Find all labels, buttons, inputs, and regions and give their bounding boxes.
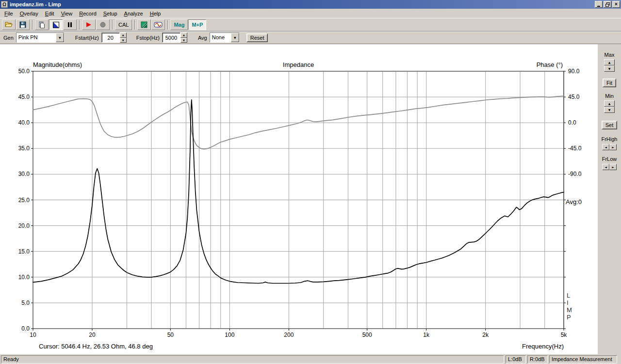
copy-page-icon xyxy=(38,21,46,29)
fstop-down-button[interactable]: ▼ xyxy=(180,38,187,43)
record-circle-icon xyxy=(99,21,107,29)
svg-text:0.0: 0.0 xyxy=(21,325,30,332)
svg-text:1k: 1k xyxy=(423,332,430,338)
minimize-button[interactable] xyxy=(595,1,603,8)
menu-file[interactable]: File xyxy=(1,10,16,17)
svg-text:-45.0: -45.0 xyxy=(568,145,582,152)
max-down-button[interactable]: ▼ xyxy=(604,65,615,72)
toolbar-separator xyxy=(112,20,113,30)
svg-text:40.0: 40.0 xyxy=(18,119,30,126)
set-button[interactable]: Set xyxy=(602,121,618,129)
svg-text:20: 20 xyxy=(89,332,96,338)
svg-text:0.0: 0.0 xyxy=(568,119,576,126)
max-up-button[interactable]: ▲ xyxy=(604,59,615,65)
restore-button[interactable] xyxy=(604,1,611,8)
svg-text:100: 100 xyxy=(225,332,234,338)
menu-overlay[interactable]: Overlay xyxy=(16,10,42,17)
window-title: impedanz.lim - Limp xyxy=(10,1,594,7)
close-button[interactable]: × xyxy=(612,1,620,8)
svg-text:P: P xyxy=(567,314,571,321)
svg-text:2k: 2k xyxy=(482,332,489,338)
frhigh-left-button[interactable]: ◄ xyxy=(602,144,609,150)
avg-label: Avg xyxy=(198,35,207,41)
fstart-down-button[interactable]: ▼ xyxy=(120,38,127,43)
toolbar-separator xyxy=(79,20,80,30)
signal-view-button[interactable] xyxy=(49,19,63,30)
generator-type-combo[interactable]: Pink PN ▼ xyxy=(16,32,65,43)
toolbar-separator xyxy=(167,20,168,30)
down-arrow-icon: ▼ xyxy=(608,108,611,111)
fit-button[interactable]: Fit xyxy=(603,79,616,87)
menu-bar: File Overlay Edit View Record Setup Anal… xyxy=(0,9,621,18)
overlay-button[interactable] xyxy=(137,19,151,30)
svg-text:Phase (°): Phase (°) xyxy=(537,61,563,68)
svg-text:25.0: 25.0 xyxy=(18,197,30,204)
start-measure-button[interactable] xyxy=(82,19,96,30)
menu-analyze[interactable]: Analyze xyxy=(121,10,147,17)
scale-controls-panel: Max ▲ ▼ Fit Min ▲ ▼ Set FrHigh ◄ ► FrLow… xyxy=(598,44,621,354)
generator-type-value: Pink PN xyxy=(16,33,56,42)
open-file-button[interactable] xyxy=(2,19,16,30)
menu-setup[interactable]: Setup xyxy=(100,10,121,17)
svg-text:30.0: 30.0 xyxy=(18,171,30,177)
svg-text:500: 500 xyxy=(362,332,372,338)
fstart-up-button[interactable]: ▲ xyxy=(120,32,127,38)
fstop-input[interactable] xyxy=(162,32,180,43)
svg-text:5.0: 5.0 xyxy=(21,300,30,306)
toolbar: CAL Mag M+P xyxy=(0,18,621,31)
svg-text:L: L xyxy=(567,292,570,299)
blue-triangle-icon xyxy=(52,21,60,29)
min-up-button[interactable]: ▲ xyxy=(604,100,615,107)
title-bar: Ω impedanz.lim - Limp × xyxy=(0,0,621,9)
limp-app-icon: Ω xyxy=(1,1,8,8)
status-left-level: L:0dB xyxy=(506,355,526,364)
open-folder-icon xyxy=(5,21,13,29)
impedance-chart[interactable]: 50.045.040.035.030.025.020.015.010.05.00… xyxy=(0,44,598,354)
magnitude-phase-view-button[interactable]: M+P xyxy=(188,19,206,30)
frhigh-label: FrHigh xyxy=(601,136,617,142)
svg-text:Avg:0: Avg:0 xyxy=(566,198,582,206)
record-button[interactable] xyxy=(96,19,110,30)
fstart-input[interactable] xyxy=(101,32,120,43)
status-bar: Ready L:0dB R:0dB Impedance Measurement xyxy=(0,354,621,364)
reset-button[interactable]: Reset xyxy=(246,33,268,42)
avg-combo-dropdown[interactable]: ▼ xyxy=(231,33,239,42)
generator-combo-dropdown[interactable]: ▼ xyxy=(56,33,64,42)
pause-icon xyxy=(66,21,74,29)
menu-view[interactable]: View xyxy=(58,10,76,17)
fstop-up-button[interactable]: ▲ xyxy=(180,32,187,38)
play-icon xyxy=(85,21,93,29)
min-down-button[interactable]: ▼ xyxy=(604,107,615,113)
menu-edit[interactable]: Edit xyxy=(42,10,58,17)
frlow-left-button[interactable]: ◄ xyxy=(602,164,609,170)
minimize-icon xyxy=(597,6,600,7)
status-right-level: R:0dB xyxy=(527,355,548,364)
menu-record[interactable]: Record xyxy=(76,10,99,17)
magnitude-view-button[interactable]: Mag xyxy=(170,19,188,30)
svg-text:I: I xyxy=(567,299,569,306)
svg-text:Magnitude(ohms): Magnitude(ohms) xyxy=(33,61,82,68)
frlow-right-button[interactable]: ► xyxy=(609,164,617,170)
chart-panel: 50.045.040.035.030.025.020.015.010.05.00… xyxy=(0,44,598,354)
save-file-button[interactable] xyxy=(16,19,30,30)
magnitude-curve xyxy=(33,100,564,284)
avg-combo[interactable]: None ▼ xyxy=(210,32,240,43)
svg-text:Frequency(Hz): Frequency(Hz) xyxy=(522,343,564,350)
svg-text:200: 200 xyxy=(284,332,294,338)
overlay-icon xyxy=(140,21,148,29)
calibrate-button[interactable]: CAL xyxy=(115,19,132,30)
toolbar-separator xyxy=(32,20,33,30)
pause-button[interactable] xyxy=(63,19,77,30)
frhigh-right-button[interactable]: ► xyxy=(609,144,617,150)
main-area: 50.045.040.035.030.025.020.015.010.05.00… xyxy=(0,44,621,354)
chevron-down-icon: ▼ xyxy=(234,36,236,39)
svg-text:10: 10 xyxy=(30,332,36,338)
min-label: Min xyxy=(605,93,614,99)
left-arrow-icon: ◄ xyxy=(605,165,607,169)
svg-text:Cursor: 5046.4 Hz, 26.53 Ohm,: Cursor: 5046.4 Hz, 26.53 Ohm, 46.8 deg xyxy=(39,343,153,350)
copy-button[interactable] xyxy=(35,19,49,30)
save-floppy-icon xyxy=(19,21,27,29)
svg-text:Impedance: Impedance xyxy=(283,61,314,68)
menu-help[interactable]: Help xyxy=(147,10,164,17)
generator-button[interactable] xyxy=(151,19,165,30)
